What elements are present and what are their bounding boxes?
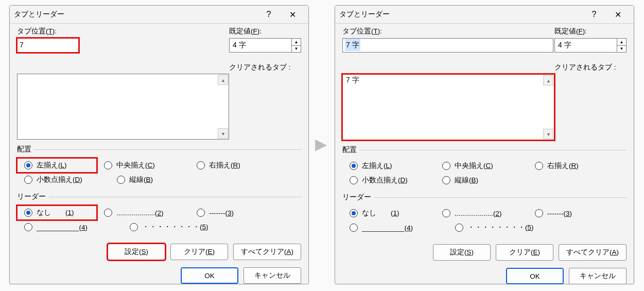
align-center-radio[interactable]: 中央揃え(C) — [435, 159, 528, 173]
dialog-title: タブとリーダー — [14, 10, 257, 19]
radio-icon — [104, 161, 112, 169]
clear-button[interactable]: クリア(E) — [170, 244, 228, 260]
close-button[interactable]: ✕ — [606, 7, 630, 22]
radio-icon — [197, 161, 205, 169]
default-label: 既定値(F): — [554, 27, 626, 36]
help-button[interactable]: ? — [582, 7, 606, 22]
cancel-button[interactable]: キャンセル — [569, 268, 626, 284]
scroll-up-icon[interactable]: ▴ — [218, 75, 228, 85]
leader-section-label: リーダー — [342, 193, 371, 202]
default-label: 既定値(F): — [229, 27, 301, 36]
spin-down-icon[interactable]: ▼ — [617, 46, 626, 53]
radio-icon — [197, 209, 205, 217]
ok-button[interactable]: OK — [181, 267, 238, 284]
tab-stops-listbox[interactable]: ▴ ▾ — [17, 74, 229, 140]
tab-position-label: タブ位置(T): — [17, 27, 229, 36]
default-value: 4 字 — [230, 39, 291, 52]
align-bar-radio[interactable]: 縦線(B) — [435, 173, 528, 187]
scroll-up-icon[interactable]: ▴ — [543, 75, 553, 85]
align-right-radio[interactable]: 右揃え(R) — [528, 159, 620, 173]
leader-dash-radio[interactable]: -------(3) — [189, 206, 282, 220]
radio-icon — [442, 162, 450, 170]
scroll-down-icon[interactable]: ▾ — [543, 129, 553, 139]
spin-up-icon[interactable]: ▲ — [291, 39, 301, 46]
leader-dots-radio[interactable]: ....................(2) — [435, 206, 528, 220]
leader-section-label: リーダー — [17, 192, 46, 201]
align-left-radio[interactable]: 左揃え(L) — [17, 158, 97, 173]
list-item[interactable]: 7 字 — [343, 75, 554, 86]
spin-down-icon[interactable]: ▼ — [291, 46, 301, 53]
leader-none-radio[interactable]: なし (1) — [17, 206, 97, 220]
clear-all-button[interactable]: すべてクリア(A) — [559, 244, 626, 261]
radio-icon — [24, 223, 32, 231]
tab-position-label: タブ位置(T): — [342, 27, 554, 36]
leader-none-radio[interactable]: なし (1) — [342, 206, 435, 220]
arrow-right-icon: ▶ — [315, 135, 327, 153]
leader-dots-radio[interactable]: ....................(2) — [97, 206, 189, 220]
cancel-button[interactable]: キャンセル — [243, 267, 301, 284]
leader-dash-radio[interactable]: -------(3) — [528, 206, 620, 220]
align-bar-radio[interactable]: 縦線(B) — [110, 173, 202, 187]
radio-icon — [350, 209, 358, 217]
default-spinner[interactable]: 4 字 ▲▼ — [554, 38, 626, 53]
radio-icon — [24, 161, 32, 169]
align-center-radio[interactable]: 中央揃え(C) — [97, 158, 189, 173]
align-left-radio[interactable]: 左揃え(L) — [342, 159, 435, 173]
tab-position-input[interactable]: 7 — [17, 38, 79, 53]
radio-icon — [442, 176, 450, 184]
clear-button[interactable]: クリア(E) — [496, 244, 553, 261]
align-right-radio[interactable]: 右揃え(R) — [189, 158, 282, 173]
align-decimal-radio[interactable]: 小数点揃え(D) — [342, 173, 435, 187]
radio-icon — [535, 209, 543, 217]
scroll-down-icon[interactable]: ▾ — [218, 128, 228, 139]
radio-icon — [117, 176, 125, 184]
clear-all-button[interactable]: すべてクリア(A) — [233, 244, 301, 260]
leader-under-radio[interactable]: ___________(4) — [342, 220, 448, 235]
radio-icon — [350, 162, 358, 170]
radio-icon — [350, 224, 358, 232]
help-button[interactable]: ? — [257, 7, 281, 22]
cleared-tabs-label: クリアされるタブ : — [229, 63, 301, 72]
alignment-section-label: 配置 — [342, 145, 357, 155]
spin-up-icon[interactable]: ▲ — [617, 39, 626, 46]
dialog-title: タブとリーダー — [339, 10, 582, 19]
radio-icon — [442, 209, 450, 217]
set-button[interactable]: 設定(S) — [108, 244, 165, 260]
radio-icon — [104, 209, 112, 217]
ok-button[interactable]: OK — [506, 268, 564, 284]
default-spinner[interactable]: 4 字 ▲▼ — [229, 38, 301, 53]
leader-under-radio[interactable]: ___________(4) — [17, 220, 123, 234]
dialog-tabs-right: タブとリーダー ? ✕ タブ位置(T): 7 字 既定値(F): 4 字 ▲▼ … — [335, 5, 634, 284]
tab-position-input[interactable]: 7 字 — [342, 38, 553, 53]
default-value: 4 字 — [555, 39, 617, 52]
radio-icon — [350, 176, 358, 184]
cleared-tabs-label: クリアされるタブ : — [554, 63, 626, 72]
radio-icon — [130, 223, 138, 231]
leader-mid-radio[interactable]: ・・・・・・・・(5) — [448, 220, 541, 235]
leader-mid-radio[interactable]: ・・・・・・・・(5) — [123, 220, 215, 234]
radio-icon — [24, 176, 32, 184]
radio-icon — [24, 209, 32, 217]
radio-icon — [455, 224, 463, 232]
radio-icon — [535, 162, 543, 170]
set-button[interactable]: 設定(S) — [433, 244, 491, 261]
align-decimal-radio[interactable]: 小数点揃え(D) — [17, 173, 110, 187]
tab-stops-listbox[interactable]: 7 字 ▴ ▾ — [342, 74, 554, 140]
dialog-tabs-left: タブとリーダー ? ✕ タブ位置(T): 7 既定値(F): 4 字 ▲▼ クリ… — [9, 5, 309, 284]
alignment-section-label: 配置 — [17, 145, 31, 154]
close-button[interactable]: ✕ — [281, 7, 304, 22]
